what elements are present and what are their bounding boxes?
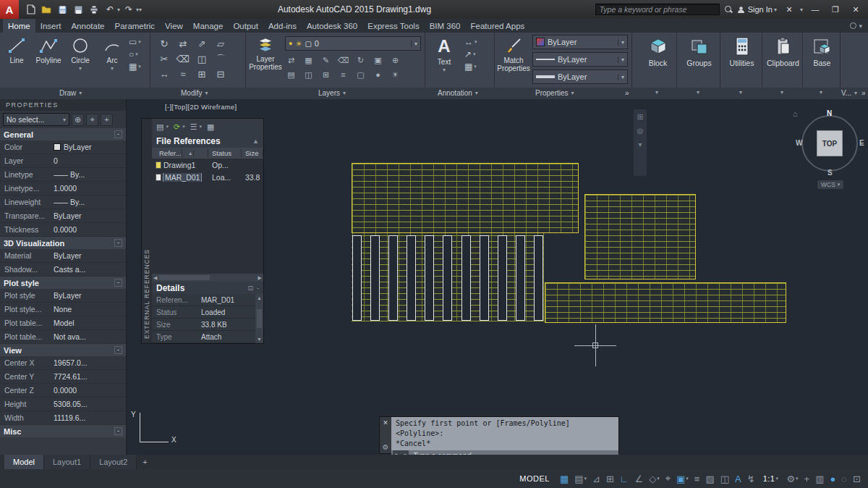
layer-tool-icon-0[interactable]: ⇄ [285,56,297,65]
section-header-plot-style[interactable]: Plot style- [0,277,126,289]
hatched-rectangle-3[interactable] [545,282,786,323]
search-input[interactable] [595,4,720,15]
hatch-column-8[interactable] [498,235,507,321]
ribbon-display-toggle[interactable]: ▾ [850,22,862,30]
layer-tool-icon-4[interactable]: ▢ [354,70,367,80]
arc-dropdown-icon[interactable]: ▾ [111,65,114,72]
hatch-column-5[interactable] [443,235,452,321]
modify-tool-icon-2[interactable]: ⇗ [192,36,211,51]
status-quick-properties[interactable]: ▥ [812,472,827,486]
undo-icon[interactable]: ↶ [103,2,117,17]
layout-tab-layout1[interactable]: Layout1 [44,455,90,469]
attach-dropdown-icon[interactable]: ▾ [166,124,169,130]
modify-tool-icon-1[interactable]: ⇄ [174,36,192,51]
layer-tool-icon-0[interactable]: ▤ [285,70,297,80]
status-annotation-monitor[interactable]: + [801,472,813,486]
scrollbar-thumb[interactable] [159,275,210,280]
app-logo-icon[interactable]: A [0,0,19,19]
layer-select-combo[interactable]: ● ☀ ▢ 0 ▾ [285,36,421,51]
dimension-tool-button[interactable]: ↔▾ [464,37,477,47]
ribbon-tab-manage[interactable]: Manage [188,19,229,33]
modify-tool-icon-4[interactable]: ✂ [155,51,174,67]
layer-tool-icon-3[interactable]: ⌫ [337,56,349,65]
details-pin-icon[interactable]: ⊡ [247,285,253,292]
list-view-icon[interactable]: ☰ [190,122,197,132]
column-array[interactable] [352,233,544,321]
ribbon-tab-output[interactable]: Output [228,19,263,33]
panel-label-annotation[interactable]: Annotation▾ [438,89,478,97]
xref-palette-sidebar[interactable]: EXTERNAL REFERENCES [142,119,152,343]
modify-tool-icon-11[interactable]: ⊟ [211,67,230,82]
property-row-center-z[interactable]: Center Z0.0000 [0,384,126,397]
column-status[interactable]: Status [208,149,242,157]
details-collapse-icon[interactable]: - [257,285,259,292]
ribbon-tab-autodesk-360[interactable]: Autodesk 360 [302,19,362,33]
groups-button[interactable]: Groups [678,33,720,86]
properties-palette-title[interactable]: PROPERTIES [0,99,126,111]
panel-label-layers[interactable]: Layers▾ [318,89,346,97]
qat-customize-icon[interactable]: ▾ [139,7,142,13]
hatch-column-10[interactable] [534,235,543,321]
status-clean-screen[interactable]: ⊡ [850,472,864,486]
status-lineweight[interactable]: ≡ [692,472,703,486]
new-layout-button[interactable]: + [137,455,153,469]
open-file-icon[interactable] [39,2,54,17]
panel-caret-utilities[interactable]: ▾ [739,89,742,96]
scroll-left-icon[interactable]: ◀ [153,275,157,281]
ribbon-tab-parametric[interactable]: Parametric [110,19,161,33]
property-row-linetype[interactable]: Linetype——By... [0,168,126,182]
status-snap-mode[interactable]: ▤▾ [571,472,590,486]
column-size[interactable]: Size [242,149,263,157]
exchange-apps-icon[interactable]: ✕ [781,5,797,14]
polyline-tool-button[interactable]: Polyline [33,33,64,87]
arc-tool-button[interactable]: Arc ▾ [97,33,127,87]
layer-tool-icon-2[interactable]: ⊞ [320,70,332,80]
layer-tool-icon-4[interactable]: ↻ [354,56,367,65]
hatch-column-3[interactable] [407,235,416,321]
status-polar-tracking[interactable]: ∠ [632,472,647,486]
ribbon-tab-add-ins[interactable]: Add-ins [263,19,302,33]
layer-tool-icon-3[interactable]: ≡ [337,70,349,80]
match-properties-button[interactable]: Match Properties [498,33,529,87]
property-row-layer[interactable]: Layer0 [0,154,126,168]
quick-select-button[interactable]: + [101,114,113,126]
status-ortho-mode[interactable]: ∟ [617,472,632,486]
xref-list-empty-area[interactable] [152,183,263,274]
section-collapse-button[interactable]: - [114,130,122,138]
section-collapse-button[interactable]: - [114,239,122,247]
panel-label-view[interactable]: V...▾ [841,89,857,97]
vscrollbar-thumb[interactable] [257,309,262,328]
status-object-snap-tracking[interactable]: ⌖ [663,471,673,486]
circle-dropdown-icon[interactable]: ▾ [79,65,82,72]
nav-more-icon[interactable]: ▾ [638,140,642,148]
maximize-button[interactable]: ❐ [827,5,843,14]
property-row-plot-style[interactable]: Plot styleByLayer [0,289,126,303]
panel-label-draw[interactable]: Draw▾ [59,89,82,97]
tree-view-icon[interactable]: ▦ [207,122,214,132]
sign-in-button[interactable]: Sign In ▾ [737,5,777,14]
modify-tool-icon-0[interactable]: ↻ [155,36,174,51]
compass-east[interactable]: E [859,139,864,147]
section-header-general[interactable]: General- [0,128,126,140]
section-header-view[interactable]: View- [0,344,126,356]
plot-icon[interactable] [87,2,101,17]
property-row-width[interactable]: Width11119.6... [0,411,126,425]
hatch-column-1[interactable] [370,235,380,321]
command-customize-icon[interactable]: ⚙ [383,443,389,451]
hatch-column-4[interactable] [425,235,434,321]
status-selection-cycling[interactable]: ◫ [718,472,732,486]
leader-tool-button[interactable]: ↗▾ [464,49,477,59]
line-tool-button[interactable]: Line [1,33,32,87]
navigation-bar[interactable]: ⊞ ◎ ▾ [634,109,647,176]
select-objects-button[interactable]: ⌖ [86,114,98,126]
sign-in-dropdown-icon[interactable]: ▾ [774,7,777,13]
ribbon-tab-bim-360[interactable]: BIM 360 [425,19,466,33]
ribbon-tab-insert[interactable]: Insert [35,19,67,33]
hatch-column-7[interactable] [480,235,489,321]
property-row-plot-table[interactable]: Plot table...Model [0,316,126,330]
status-object-snap[interactable]: ▣▾ [673,472,692,486]
model-space-button[interactable]: MODEL [513,472,556,485]
hatch-column-6[interactable] [461,235,471,321]
save-as-icon[interactable] [71,2,85,17]
scroll-up-icon[interactable]: ▲ [257,295,262,300]
